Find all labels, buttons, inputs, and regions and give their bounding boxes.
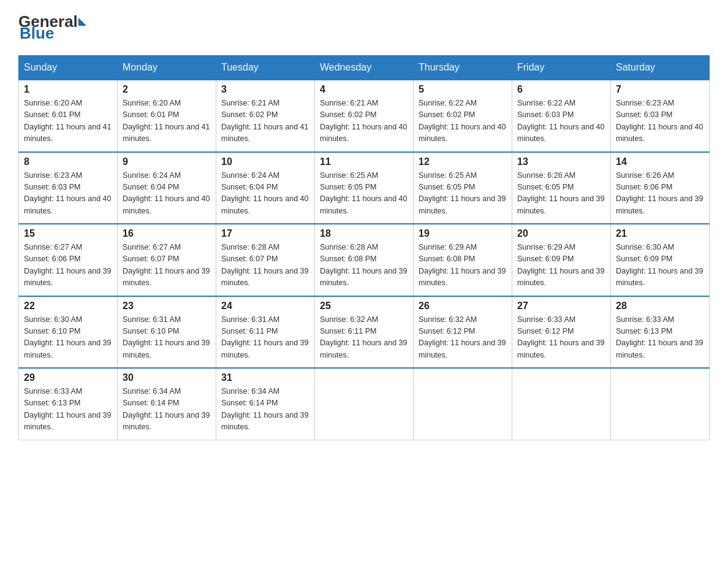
day-number: 11 <box>320 156 408 167</box>
calendar-cell: 15 Sunrise: 6:27 AM Sunset: 6:06 PM Dayl… <box>19 224 118 296</box>
calendar-cell: 31 Sunrise: 6:34 AM Sunset: 6:14 PM Dayl… <box>216 368 315 440</box>
day-number: 16 <box>123 228 211 239</box>
calendar-cell: 14 Sunrise: 6:26 AM Sunset: 6:06 PM Dayl… <box>611 152 710 224</box>
day-number: 6 <box>517 84 605 95</box>
calendar-cell: 27 Sunrise: 6:33 AM Sunset: 6:12 PM Dayl… <box>512 296 611 369</box>
day-number: 18 <box>320 228 408 239</box>
calendar-cell: 9 Sunrise: 6:24 AM Sunset: 6:04 PM Dayli… <box>118 152 216 224</box>
calendar-cell: 24 Sunrise: 6:31 AM Sunset: 6:11 PM Dayl… <box>216 296 315 369</box>
day-number: 23 <box>123 301 211 312</box>
day-number: 4 <box>320 84 408 95</box>
day-number: 30 <box>123 372 211 383</box>
calendar-cell: 3 Sunrise: 6:21 AM Sunset: 6:02 PM Dayli… <box>216 80 315 152</box>
day-info: Sunrise: 6:33 AM Sunset: 6:13 PM Dayligh… <box>24 386 112 434</box>
page-header: General Blue <box>18 12 710 43</box>
day-info: Sunrise: 6:28 AM Sunset: 6:08 PM Dayligh… <box>320 242 408 289</box>
day-number: 1 <box>24 84 112 95</box>
day-info: Sunrise: 6:32 AM Sunset: 6:11 PM Dayligh… <box>320 314 408 362</box>
day-info: Sunrise: 6:30 AM Sunset: 6:10 PM Dayligh… <box>24 314 112 362</box>
calendar-cell: 12 Sunrise: 6:25 AM Sunset: 6:05 PM Dayl… <box>414 152 512 224</box>
day-info: Sunrise: 6:31 AM Sunset: 6:10 PM Dayligh… <box>123 314 211 362</box>
day-info: Sunrise: 6:23 AM Sunset: 6:03 PM Dayligh… <box>616 98 704 145</box>
day-number: 7 <box>616 84 704 95</box>
col-header-monday: Monday <box>118 56 216 80</box>
col-header-thursday: Thursday <box>414 56 512 80</box>
calendar-cell: 30 Sunrise: 6:34 AM Sunset: 6:14 PM Dayl… <box>118 368 216 440</box>
calendar-cell <box>414 368 512 440</box>
calendar-cell <box>611 368 710 440</box>
logo-arrow-icon <box>78 18 86 26</box>
day-number: 22 <box>24 301 112 312</box>
calendar-cell: 23 Sunrise: 6:31 AM Sunset: 6:10 PM Dayl… <box>118 296 216 369</box>
col-header-saturday: Saturday <box>611 56 710 80</box>
col-header-sunday: Sunday <box>19 56 118 80</box>
calendar-cell <box>315 368 414 440</box>
calendar-cell: 16 Sunrise: 6:27 AM Sunset: 6:07 PM Dayl… <box>118 224 216 296</box>
day-info: Sunrise: 6:34 AM Sunset: 6:14 PM Dayligh… <box>221 386 309 434</box>
day-info: Sunrise: 6:28 AM Sunset: 6:07 PM Dayligh… <box>221 242 309 289</box>
day-number: 26 <box>419 301 507 312</box>
day-number: 13 <box>517 156 605 167</box>
calendar-cell: 13 Sunrise: 6:26 AM Sunset: 6:05 PM Dayl… <box>512 152 611 224</box>
day-number: 15 <box>24 228 112 239</box>
col-header-tuesday: Tuesday <box>216 56 315 80</box>
calendar-cell: 22 Sunrise: 6:30 AM Sunset: 6:10 PM Dayl… <box>19 296 118 369</box>
calendar-cell: 28 Sunrise: 6:33 AM Sunset: 6:13 PM Dayl… <box>611 296 710 369</box>
day-info: Sunrise: 6:21 AM Sunset: 6:02 PM Dayligh… <box>320 98 408 145</box>
day-info: Sunrise: 6:22 AM Sunset: 6:03 PM Dayligh… <box>517 98 605 145</box>
col-header-wednesday: Wednesday <box>315 56 414 80</box>
day-number: 21 <box>616 228 704 239</box>
day-number: 29 <box>24 372 112 383</box>
day-info: Sunrise: 6:20 AM Sunset: 6:01 PM Dayligh… <box>123 98 211 145</box>
day-number: 19 <box>419 228 507 239</box>
day-number: 25 <box>320 301 408 312</box>
day-info: Sunrise: 6:29 AM Sunset: 6:09 PM Dayligh… <box>517 242 605 289</box>
day-info: Sunrise: 6:21 AM Sunset: 6:02 PM Dayligh… <box>221 98 309 145</box>
week-row-3: 15 Sunrise: 6:27 AM Sunset: 6:06 PM Dayl… <box>19 224 710 296</box>
calendar-cell: 4 Sunrise: 6:21 AM Sunset: 6:02 PM Dayli… <box>315 80 414 152</box>
day-number: 3 <box>221 84 309 95</box>
day-info: Sunrise: 6:23 AM Sunset: 6:03 PM Dayligh… <box>24 170 112 218</box>
day-number: 31 <box>221 372 309 383</box>
day-info: Sunrise: 6:20 AM Sunset: 6:01 PM Dayligh… <box>24 98 112 145</box>
day-number: 17 <box>221 228 309 239</box>
calendar-cell: 5 Sunrise: 6:22 AM Sunset: 6:02 PM Dayli… <box>414 80 512 152</box>
day-number: 9 <box>123 156 211 167</box>
day-number: 28 <box>616 301 704 312</box>
day-number: 5 <box>419 84 507 95</box>
logo-blue-text: Blue <box>20 24 54 42</box>
day-info: Sunrise: 6:22 AM Sunset: 6:02 PM Dayligh… <box>419 98 507 145</box>
calendar-header-row: SundayMondayTuesdayWednesdayThursdayFrid… <box>19 56 710 80</box>
calendar-table: SundayMondayTuesdayWednesdayThursdayFrid… <box>18 55 710 440</box>
week-row-5: 29 Sunrise: 6:33 AM Sunset: 6:13 PM Dayl… <box>19 368 710 440</box>
day-info: Sunrise: 6:30 AM Sunset: 6:09 PM Dayligh… <box>616 242 704 289</box>
week-row-1: 1 Sunrise: 6:20 AM Sunset: 6:01 PM Dayli… <box>19 80 710 152</box>
day-info: Sunrise: 6:27 AM Sunset: 6:07 PM Dayligh… <box>123 242 211 289</box>
day-info: Sunrise: 6:25 AM Sunset: 6:05 PM Dayligh… <box>320 170 408 218</box>
day-info: Sunrise: 6:29 AM Sunset: 6:08 PM Dayligh… <box>419 242 507 289</box>
calendar-cell: 8 Sunrise: 6:23 AM Sunset: 6:03 PM Dayli… <box>19 152 118 224</box>
calendar-cell: 21 Sunrise: 6:30 AM Sunset: 6:09 PM Dayl… <box>611 224 710 296</box>
day-number: 10 <box>221 156 309 167</box>
day-number: 20 <box>517 228 605 239</box>
calendar-cell: 10 Sunrise: 6:24 AM Sunset: 6:04 PM Dayl… <box>216 152 315 224</box>
day-info: Sunrise: 6:25 AM Sunset: 6:05 PM Dayligh… <box>419 170 507 218</box>
calendar-cell: 11 Sunrise: 6:25 AM Sunset: 6:05 PM Dayl… <box>315 152 414 224</box>
day-info: Sunrise: 6:32 AM Sunset: 6:12 PM Dayligh… <box>419 314 507 362</box>
calendar-cell: 19 Sunrise: 6:29 AM Sunset: 6:08 PM Dayl… <box>414 224 512 296</box>
calendar-cell: 17 Sunrise: 6:28 AM Sunset: 6:07 PM Dayl… <box>216 224 315 296</box>
day-info: Sunrise: 6:31 AM Sunset: 6:11 PM Dayligh… <box>221 314 309 362</box>
calendar-cell: 26 Sunrise: 6:32 AM Sunset: 6:12 PM Dayl… <box>414 296 512 369</box>
calendar-cell: 2 Sunrise: 6:20 AM Sunset: 6:01 PM Dayli… <box>118 80 216 152</box>
day-number: 8 <box>24 156 112 167</box>
day-info: Sunrise: 6:26 AM Sunset: 6:05 PM Dayligh… <box>517 170 605 218</box>
calendar-cell: 20 Sunrise: 6:29 AM Sunset: 6:09 PM Dayl… <box>512 224 611 296</box>
calendar-cell: 18 Sunrise: 6:28 AM Sunset: 6:08 PM Dayl… <box>315 224 414 296</box>
day-info: Sunrise: 6:24 AM Sunset: 6:04 PM Dayligh… <box>221 170 309 218</box>
calendar-cell <box>512 368 611 440</box>
day-info: Sunrise: 6:34 AM Sunset: 6:14 PM Dayligh… <box>123 386 211 434</box>
week-row-4: 22 Sunrise: 6:30 AM Sunset: 6:10 PM Dayl… <box>19 296 710 369</box>
day-info: Sunrise: 6:27 AM Sunset: 6:06 PM Dayligh… <box>24 242 112 289</box>
calendar-cell: 6 Sunrise: 6:22 AM Sunset: 6:03 PM Dayli… <box>512 80 611 152</box>
calendar-cell: 1 Sunrise: 6:20 AM Sunset: 6:01 PM Dayli… <box>19 80 118 152</box>
